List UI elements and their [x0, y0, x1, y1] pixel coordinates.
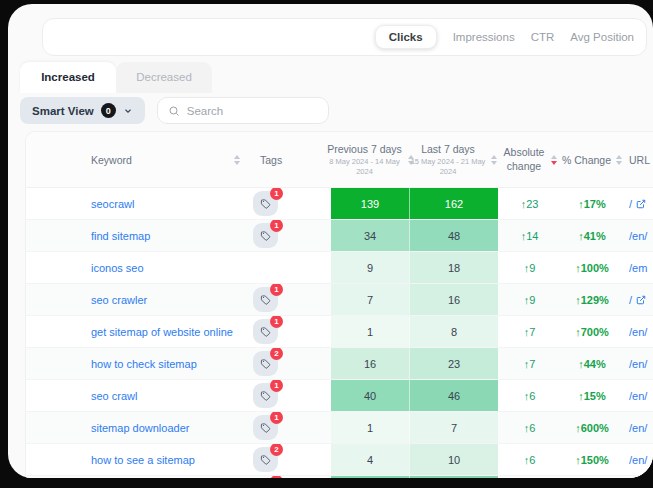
col-previous-range: 8 May 2024 - 14 May 2024: [327, 157, 403, 176]
dashboard-card: Clicks Impressions CTR Avg Position Incr…: [8, 4, 653, 478]
search-box[interactable]: [157, 97, 329, 124]
tags-cell: 1: [246, 412, 331, 443]
tag-button[interactable]: 1: [253, 415, 278, 440]
smart-view-count-badge: 0: [101, 103, 116, 118]
url-link[interactable]: /en/: [623, 348, 653, 379]
tags-cell: 1: [246, 220, 331, 251]
last-value-cell: 162: [409, 188, 498, 219]
keyword-link[interactable]: get sitemap of website online: [26, 316, 246, 347]
tag-icon: [260, 198, 271, 209]
external-link-icon: [636, 295, 646, 305]
last-value-cell: 46: [409, 380, 498, 411]
keyword-link[interactable]: how to see a sitemap: [26, 444, 246, 475]
table-row[interactable]: find sitemap 1 34 48 ↑14 ↑41% /en/: [26, 220, 653, 252]
search-input[interactable]: [187, 105, 318, 117]
url-link[interactable]: /: [623, 188, 653, 219]
col-url: URL: [623, 154, 653, 166]
tab-clicks[interactable]: Clicks: [375, 25, 437, 49]
sort-absolute-active[interactable]: [551, 155, 557, 165]
table-row[interactable]: seo crawler 1 7 16 ↑9 ↑129% /: [26, 284, 653, 316]
sort-last[interactable]: [491, 155, 497, 165]
percent-change-value: ↑129%: [561, 284, 623, 315]
absolute-change-value: ↑9: [498, 284, 561, 315]
sort-percent[interactable]: [616, 155, 622, 165]
tag-count-badge: 1: [270, 316, 283, 328]
tags-cell: 1: [246, 284, 331, 315]
tab-ctr[interactable]: CTR: [531, 31, 555, 43]
tag-button[interactable]: 2: [253, 447, 278, 472]
tag-icon: [260, 294, 271, 305]
url-text: /en/: [629, 454, 647, 466]
tag-count-badge: [270, 476, 283, 478]
url-link[interactable]: [623, 476, 653, 478]
tags-cell: 1: [246, 188, 331, 219]
tag-icon: [260, 358, 271, 369]
col-keyword-label: Keyword: [91, 154, 132, 166]
percent-change-value: ↑41%: [561, 220, 623, 251]
col-url-label: URL: [629, 154, 650, 166]
percent-change-value: [561, 476, 623, 478]
tag-count-badge: 1: [270, 284, 283, 296]
tags-cell: 1: [246, 316, 331, 347]
search-icon: [168, 105, 180, 117]
tag-button[interactable]: 1: [253, 191, 278, 216]
percent-change-value: ↑17%: [561, 188, 623, 219]
tag-button[interactable]: 1: [253, 223, 278, 248]
last-value-cell: 48: [409, 220, 498, 251]
keyword-link[interactable]: sitemap downloader: [26, 412, 246, 443]
col-tags: Tags: [246, 154, 331, 166]
tag-button[interactable]: 1: [253, 383, 278, 408]
keyword-link[interactable]: find sitemap: [26, 220, 246, 251]
url-link[interactable]: /en/: [623, 412, 653, 443]
keyword-link[interactable]: how to check sitemap: [26, 348, 246, 379]
percent-change-value: ↑15%: [561, 380, 623, 411]
url-link[interactable]: /en/: [623, 316, 653, 347]
table-row[interactable]: seocrawl 1 139 162 ↑23 ↑17% /: [26, 188, 653, 220]
tag-count-badge: 1: [270, 188, 283, 200]
table-row[interactable]: how to see a sitemap 2 4 10 ↑6 ↑150% /en…: [26, 444, 653, 476]
col-percent: % Change: [561, 154, 623, 166]
tags-cell: [246, 252, 331, 283]
table-row[interactable]: how to check sitemap 2 16 23 ↑7 ↑44% /en…: [26, 348, 653, 380]
table-row[interactable]: get sitemap of website online 1 1 8 ↑7 ↑…: [26, 316, 653, 348]
url-link[interactable]: /en/: [623, 220, 653, 251]
url-link[interactable]: /em: [623, 252, 653, 283]
table-row[interactable]: [26, 476, 653, 478]
tag-count-badge: 1: [270, 220, 283, 232]
tag-icon: [260, 454, 271, 465]
percent-change-value: ↑600%: [561, 412, 623, 443]
tag-icon: [260, 422, 271, 433]
url-link[interactable]: /en/: [623, 380, 653, 411]
percent-change-value: ↑150%: [561, 444, 623, 475]
tag-button[interactable]: 1: [253, 287, 278, 312]
url-link[interactable]: /: [623, 284, 653, 315]
url-link[interactable]: /en/: [623, 444, 653, 475]
url-text: /: [629, 294, 632, 306]
tag-icon: [260, 390, 271, 401]
tab-avg-position[interactable]: Avg Position: [570, 31, 634, 43]
tab-impressions[interactable]: Impressions: [453, 31, 515, 43]
previous-value-cell: 4: [331, 444, 409, 475]
tag-button[interactable]: 1: [253, 319, 278, 344]
last-value-cell: 8: [409, 316, 498, 347]
sort-keyword[interactable]: [234, 155, 240, 165]
keyword-link[interactable]: [26, 476, 246, 478]
keyword-link[interactable]: seo crawler: [26, 284, 246, 315]
table-row[interactable]: sitemap downloader 1 1 7 ↑6 ↑600% /en/: [26, 412, 653, 444]
keywords-table: Keyword Tags Previous 7 days 8 May 2024 …: [25, 131, 653, 478]
tags-cell: [246, 476, 331, 478]
keyword-link[interactable]: seocrawl: [26, 188, 246, 219]
table-row[interactable]: seo crawl 1 40 46 ↑6 ↑15% /en/: [26, 380, 653, 412]
keyword-link[interactable]: iconos seo: [26, 252, 246, 283]
last-value-cell: 7: [409, 412, 498, 443]
url-text: /em: [629, 262, 647, 274]
smart-view-dropdown[interactable]: Smart View 0: [20, 97, 145, 124]
col-keyword: Keyword: [26, 154, 246, 166]
table-header-row: Keyword Tags Previous 7 days 8 May 2024 …: [26, 132, 653, 188]
table-row[interactable]: iconos seo 9 18 ↑9 ↑100% /em: [26, 252, 653, 284]
keyword-link[interactable]: seo crawl: [26, 380, 246, 411]
tab-increased[interactable]: Increased: [20, 62, 116, 93]
col-tags-label: Tags: [260, 154, 282, 166]
tag-button[interactable]: 2: [253, 351, 278, 376]
tab-decreased[interactable]: Decreased: [116, 62, 212, 93]
